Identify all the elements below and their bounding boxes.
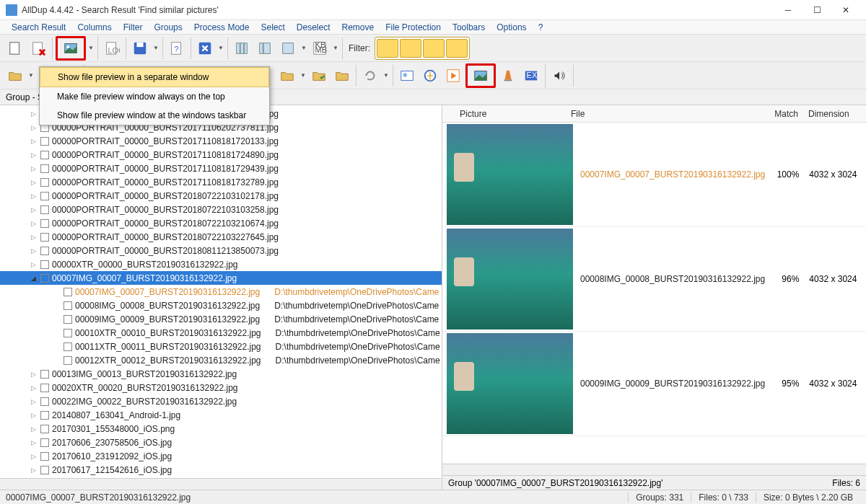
expand-icon[interactable]: ▷: [29, 467, 38, 474]
left-hscrollbar[interactable]: [0, 478, 442, 490]
header-file[interactable]: File: [571, 109, 764, 119]
tree-row[interactable]: ▷00000PORTRAIT_00000_BURST20180722103210…: [0, 216, 442, 230]
tree-row[interactable]: ▷20170301_155348000_iOS.png: [0, 422, 442, 436]
checkbox[interactable]: [40, 137, 49, 146]
dropdown-item-0[interactable]: Show file preview in a separate window: [40, 67, 269, 87]
expand-icon[interactable]: ▷: [29, 425, 38, 433]
filter-btn-2[interactable]: [400, 39, 421, 58]
menu-remove[interactable]: Remove: [336, 21, 380, 34]
menu--[interactable]: ?: [533, 21, 549, 34]
expand-icon[interactable]: ▷: [29, 138, 38, 145]
expand-icon[interactable]: ▷: [29, 193, 38, 200]
tree-row[interactable]: ▷20140807_163041_Android-1.jpg: [0, 408, 442, 422]
sound-button[interactable]: [548, 65, 570, 87]
preview-dropdown-arrow[interactable]: ▼: [87, 45, 95, 51]
checkbox[interactable]: [64, 356, 72, 365]
columns-button-3[interactable]: [277, 37, 299, 59]
folder-up-button[interactable]: [4, 65, 26, 87]
tree-row[interactable]: ◢00007IMG_00007_BURST20190316132922.jpg: [0, 271, 442, 285]
folder-up-arrow[interactable]: ▼: [27, 72, 35, 79]
exif-button[interactable]: EXIF: [520, 65, 542, 87]
tree-row[interactable]: ▷00000PORTRAIT_00000_BURST20180722103102…: [0, 189, 442, 203]
expand-icon[interactable]: ▷: [29, 412, 38, 419]
kbmb-dropdown-arrow[interactable]: ▼: [332, 45, 339, 51]
tree-row[interactable]: ▷20170617_121542616_iOS.jpg: [0, 463, 442, 477]
folder-misc-button[interactable]: [331, 65, 353, 87]
checkbox[interactable]: [40, 164, 49, 173]
undo-arrow[interactable]: ▼: [382, 72, 390, 79]
checkbox[interactable]: [64, 315, 72, 324]
expand-icon[interactable]: ▷: [29, 151, 38, 159]
checkbox[interactable]: [40, 205, 49, 214]
checkbox[interactable]: [40, 370, 49, 379]
expand-icon[interactable]: ▷: [29, 453, 38, 460]
expand-icon[interactable]: ▷: [29, 165, 38, 172]
tree-row[interactable]: 00012XTR_00012_BURST20190316132922.jpgD:…: [0, 353, 442, 367]
tree-row[interactable]: ▷00000PORTRAIT_00000_BURST20180811213850…: [0, 244, 442, 257]
checkbox[interactable]: [40, 247, 49, 255]
checkbox[interactable]: [64, 288, 72, 296]
expand-icon[interactable]: ▷: [29, 124, 38, 131]
checkbox[interactable]: [40, 233, 49, 242]
menu-process-mode[interactable]: Process Mode: [188, 21, 255, 34]
preview-toggle-button[interactable]: [56, 36, 86, 61]
header-match[interactable]: Match: [764, 109, 804, 119]
menu-groups[interactable]: Groups: [148, 21, 188, 34]
columns-button-1[interactable]: [231, 37, 253, 59]
tree-row[interactable]: 00009IMG_00009_BURST20190316132922.jpgD:…: [0, 312, 442, 326]
checkbox[interactable]: [40, 260, 49, 269]
checkbox[interactable]: [40, 178, 49, 187]
minimize-button[interactable]: ─: [774, 0, 802, 20]
file-tree[interactable]: ▷00000PORTRAIT_00000_BURST20171106202726…: [0, 105, 442, 478]
tree-row[interactable]: ▷20170610_231912092_iOS.jpg: [0, 449, 442, 463]
tree-row[interactable]: ▷00000PORTRAIT_00000_BURST20180722103227…: [0, 230, 442, 244]
dropdown-item-2[interactable]: Show file preview window at the windows …: [40, 106, 269, 125]
expand-icon[interactable]: ▷: [29, 179, 38, 186]
checkbox[interactable]: [40, 151, 49, 159]
checkbox[interactable]: [40, 411, 49, 420]
menu-select[interactable]: Select: [255, 21, 290, 34]
checkbox[interactable]: [40, 274, 49, 283]
menu-file-protection[interactable]: File Protection: [380, 21, 447, 34]
close-result-button[interactable]: [194, 37, 216, 59]
menu-columns[interactable]: Columns: [71, 21, 117, 34]
tree-row[interactable]: 00011XTR_00011_BURST20190316132922.jpgD:…: [0, 340, 442, 353]
header-dimension[interactable]: Dimension: [804, 109, 866, 119]
table-row[interactable]: 00007IMG_00007_BURST20190316132922.jpg10…: [442, 123, 866, 227]
checkbox[interactable]: [40, 425, 49, 433]
checkbox[interactable]: [64, 342, 72, 351]
columns-button-2[interactable]: [254, 37, 276, 59]
tree-row[interactable]: ▷00000PORTRAIT_00000_BURST20171108181732…: [0, 175, 442, 189]
tree-row[interactable]: 00008IMG_00008_BURST20190316132922.jpgD:…: [0, 299, 442, 312]
expand-icon[interactable]: ▷: [29, 439, 38, 446]
menu-filter[interactable]: Filter: [118, 21, 149, 34]
tree-row[interactable]: ▷00000PORTRAIT_00000_BURST20171108181729…: [0, 162, 442, 175]
columns-dropdown-arrow[interactable]: ▼: [300, 45, 307, 51]
delete-doc-button[interactable]: [27, 37, 49, 59]
tree-row[interactable]: ▷20170606_230758506_iOS.jpg: [0, 436, 442, 449]
image-preview-button[interactable]: [465, 63, 496, 88]
table-row[interactable]: 00008IMG_00008_BURST20190316132922.jpg96…: [442, 227, 866, 332]
right-table-body[interactable]: 00007IMG_00007_BURST20190316132922.jpg10…: [442, 123, 866, 464]
folder-open-arrow[interactable]: ▼: [299, 72, 307, 79]
expand-icon[interactable]: ▷: [29, 247, 38, 255]
tree-row[interactable]: ▷00000PORTRAIT_00000_BURST20171108181720…: [0, 134, 442, 148]
header-picture[interactable]: Picture: [442, 109, 571, 119]
vlc-button[interactable]: [497, 65, 519, 87]
tree-row[interactable]: ▷00022IMG_00022_BURST20190316132922.jpg: [0, 394, 442, 408]
maximize-button[interactable]: ☐: [802, 0, 831, 20]
expand-icon[interactable]: ▷: [29, 110, 38, 118]
play-button[interactable]: [442, 65, 464, 87]
tree-row[interactable]: 00010XTR_00010_BURST20190316132922.jpgD:…: [0, 326, 442, 340]
log-button[interactable]: LOG: [101, 37, 123, 59]
checkbox[interactable]: [40, 438, 49, 447]
undo-button[interactable]: [359, 65, 381, 87]
tree-row[interactable]: ▷00000PORTRAIT_00000_BURST20171108181724…: [0, 148, 442, 162]
tree-row[interactable]: ▷00000XTR_00000_BURST20190316132922.jpg: [0, 257, 442, 271]
checkbox[interactable]: [64, 329, 72, 337]
expand-icon[interactable]: ▷: [29, 398, 38, 405]
close-dropdown-arrow[interactable]: ▼: [217, 45, 224, 51]
close-button[interactable]: ✕: [831, 0, 860, 20]
image-viewer-button[interactable]: [396, 65, 418, 87]
folder-open-button[interactable]: [276, 65, 298, 87]
